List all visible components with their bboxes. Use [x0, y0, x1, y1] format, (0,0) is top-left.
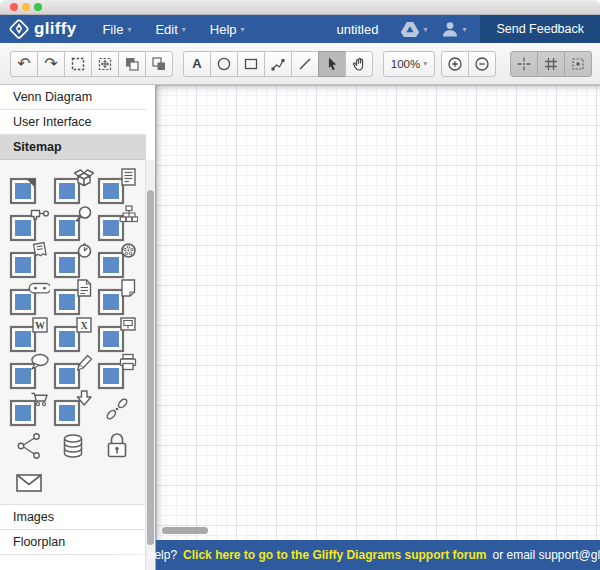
- pan-hand-icon[interactable]: [345, 51, 373, 77]
- undo-icon[interactable]: ↶: [10, 51, 38, 77]
- text-tool-icon[interactable]: A: [183, 51, 211, 77]
- zoom-level-dropdown[interactable]: 100% ▾: [383, 51, 435, 77]
- shape-print-icon[interactable]: [96, 353, 140, 390]
- help-prefix: Need help?: [116, 548, 177, 562]
- canvas-hscrollbar-thumb[interactable]: [162, 527, 208, 534]
- zoom-out-icon[interactable]: [468, 51, 496, 77]
- line-tool-icon[interactable]: [291, 51, 319, 77]
- menu-help-label: Help: [210, 22, 237, 37]
- chevron-down-icon[interactable]: ▾: [423, 25, 427, 34]
- app-menubar: gliffy File ▾ Edit ▾ Help ▾ untitled ▾: [0, 15, 600, 43]
- shape-palette: WX: [0, 160, 146, 505]
- shape-presentation-icon[interactable]: [96, 316, 140, 353]
- chevron-down-icon: ▾: [241, 25, 245, 34]
- shape-download-icon[interactable]: [52, 390, 96, 427]
- menu-file-label: File: [102, 22, 123, 37]
- connector-tool-icon[interactable]: [264, 51, 292, 77]
- sidebar-item-user-interface[interactable]: User Interface: [0, 110, 146, 135]
- sidebar-item-images[interactable]: Images: [0, 505, 146, 530]
- move-selection-icon[interactable]: [91, 51, 119, 77]
- gliffy-logo-icon: [8, 18, 30, 40]
- shape-chat-icon[interactable]: [8, 353, 52, 390]
- shape-game-icon[interactable]: [8, 279, 52, 316]
- zoom-level-value: 100%: [391, 58, 420, 70]
- document-title[interactable]: untitled: [336, 22, 378, 37]
- send-feedback-label: Send Feedback: [496, 22, 584, 36]
- grid-toggle-icon[interactable]: [537, 51, 565, 77]
- history-selection-group: ↶ ↷: [10, 51, 173, 77]
- shape-time-icon[interactable]: [52, 242, 96, 279]
- pointer-tool-icon[interactable]: [318, 51, 346, 77]
- bring-to-front-icon[interactable]: [118, 51, 146, 77]
- gliffy-app-window: gliffy File ▾ Edit ▾ Help ▾ untitled ▾: [0, 0, 600, 570]
- shape-link-icon[interactable]: [96, 390, 140, 427]
- svg-text:X: X: [80, 320, 88, 331]
- shape-content-icon[interactable]: [96, 168, 140, 205]
- send-to-back-icon[interactable]: [145, 51, 173, 77]
- ellipse-tool-icon[interactable]: [210, 51, 238, 77]
- shape-email-icon[interactable]: [8, 464, 52, 501]
- logo-wordmark: gliffy: [34, 19, 76, 39]
- help-bar: Need help? Click here to go to the Gliff…: [156, 540, 600, 570]
- drawing-canvas[interactable]: Need help? Click here to go to the Gliff…: [156, 85, 600, 570]
- select-area-icon[interactable]: [64, 51, 92, 77]
- shape-page-icon[interactable]: [8, 168, 52, 205]
- sidebar-scrollbar-thumb[interactable]: [147, 190, 154, 545]
- zoom-in-icon[interactable]: [441, 51, 469, 77]
- zoom-level-group: 100% ▾: [383, 51, 435, 77]
- shape-word-icon[interactable]: W: [8, 316, 52, 353]
- shape-excel-icon[interactable]: X: [52, 316, 96, 353]
- rectangle-tool-icon[interactable]: [237, 51, 265, 77]
- shape-sitemap-icon[interactable]: [96, 205, 140, 242]
- shape-cart-icon[interactable]: [8, 390, 52, 427]
- support-forum-link[interactable]: Click here to go to the Gliffy Diagrams …: [183, 548, 486, 562]
- shape-secure-icon[interactable]: [96, 427, 140, 464]
- user-icon[interactable]: [441, 21, 459, 37]
- redo-icon[interactable]: ↷: [37, 51, 65, 77]
- sidebar-item-venn-diagram[interactable]: Venn Diagram: [0, 85, 146, 110]
- menu-file[interactable]: File ▾: [90, 15, 143, 43]
- toolbar: ↶ ↷: [0, 43, 600, 85]
- draw-tools-group: A: [183, 51, 373, 77]
- snap-crosshair-icon[interactable]: [510, 51, 538, 77]
- minimize-window-button[interactable]: [22, 3, 30, 11]
- shape-library-sidebar: Venn Diagram User Interface Sitemap WX I…: [0, 85, 156, 570]
- shape-database-icon[interactable]: [52, 427, 96, 464]
- shape-list-icon[interactable]: [8, 242, 52, 279]
- send-feedback-button[interactable]: Send Feedback: [480, 15, 600, 43]
- zoom-window-button[interactable]: [34, 3, 42, 11]
- chevron-down-icon: ▾: [423, 59, 427, 68]
- shape-share-icon[interactable]: [8, 427, 52, 464]
- grid-snap-group: [510, 51, 592, 77]
- shape-form-icon[interactable]: [52, 353, 96, 390]
- close-window-button[interactable]: [10, 3, 18, 11]
- menu-edit-label: Edit: [155, 22, 177, 37]
- chevron-down-icon[interactable]: ▾: [462, 25, 466, 34]
- sidebar-item-sitemap[interactable]: Sitemap: [0, 135, 146, 160]
- shape-product-icon[interactable]: [52, 168, 96, 205]
- zoom-buttons-group: [441, 51, 496, 77]
- chevron-down-icon: ▾: [127, 25, 131, 34]
- chevron-down-icon: ▾: [182, 25, 186, 34]
- macos-titlebar: [0, 0, 600, 15]
- menu-help[interactable]: Help ▾: [198, 15, 257, 43]
- menu-edit[interactable]: Edit ▾: [143, 15, 197, 43]
- svg-text:W: W: [35, 320, 45, 331]
- sidebar-scrollbar-track[interactable]: [145, 160, 155, 570]
- shape-media-icon[interactable]: [96, 242, 140, 279]
- shape-login-icon[interactable]: [8, 205, 52, 242]
- gliffy-logo: gliffy: [8, 18, 76, 40]
- google-drive-icon[interactable]: [400, 21, 420, 38]
- shape-pdf-icon[interactable]: [96, 279, 140, 316]
- help-suffix: or email support@gliffy.com: [492, 548, 600, 562]
- shape-document-icon[interactable]: [52, 279, 96, 316]
- snap-to-shape-icon[interactable]: [564, 51, 592, 77]
- shape-search-icon[interactable]: [52, 205, 96, 242]
